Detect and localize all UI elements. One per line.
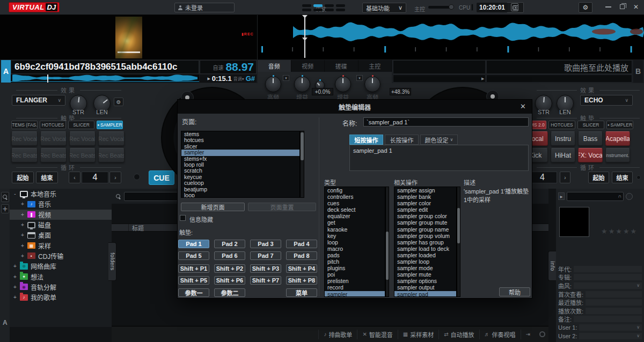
action-item[interactable]: sampler pad <box>394 291 456 298</box>
tab-color-settings[interactable]: 颜色设定∨ <box>420 135 458 145</box>
deck-a-bpm-display[interactable]: 自速 88.97 <box>200 60 257 74</box>
record-button[interactable] <box>539 331 545 337</box>
action-item[interactable]: sampler output <box>394 284 456 291</box>
deck-indicator-3-top[interactable] <box>325 4 334 7</box>
field-value-input[interactable] <box>579 324 642 331</box>
prelisten-play-button[interactable]: ▶ <box>558 192 565 200</box>
chevron-down-icon[interactable]: ∨ <box>636 325 640 330</box>
deck-a-fx-select[interactable]: FLANGER∨ <box>12 95 65 106</box>
bottombar-sideview-toggle[interactable]: ⇥ <box>521 330 535 339</box>
deck-b-pad[interactable]: FX: Vocal <box>578 148 603 162</box>
deck-a-fx-settings-button[interactable]: ⚙ <box>114 98 123 106</box>
deck-a-pad-tab[interactable]: SAMPLER <box>97 121 123 129</box>
expander-icon[interactable]: + <box>20 232 25 238</box>
dialog-shift-pad-button[interactable]: Shift + P8 <box>286 276 317 285</box>
type-item[interactable]: macro <box>325 246 385 252</box>
bottombar-karaoke[interactable]: ♬伴奏视唱 <box>479 330 521 339</box>
deck-a-pad[interactable]: Rec Beats <box>40 148 67 162</box>
help-button[interactable]: 帮助 <box>499 287 530 296</box>
action-item[interactable]: sampler assign <box>394 187 456 194</box>
field-value-input[interactable] <box>574 282 642 289</box>
mixer-tab[interactable]: 音频 <box>258 60 291 72</box>
page-item[interactable]: hotcues <box>181 137 299 143</box>
action-item[interactable]: sampler mute <box>394 271 456 278</box>
dialog-pad-button[interactable]: Pad 8 <box>286 251 317 260</box>
bottombar-sample-material[interactable]: ▦采样素材 <box>398 330 438 339</box>
column-title[interactable]: 标题 <box>129 224 144 232</box>
deck-a-pad[interactable]: Rec Vocal <box>69 131 96 146</box>
dialog-pad-button[interactable]: Pad 2 <box>214 240 245 248</box>
key-label[interactable]: 音调▾ <box>233 76 244 81</box>
action-item[interactable]: sampler group color <box>394 213 456 219</box>
type-item[interactable]: pitch <box>325 258 385 265</box>
track-overview-waveform[interactable] <box>258 15 644 60</box>
dialog-pad-button[interactable]: Pad 6 <box>214 251 245 260</box>
mixer-tab[interactable]: 主控 <box>358 60 392 72</box>
deck-a-pad[interactable]: Rec Vocal <box>11 131 38 146</box>
page-item[interactable]: loop <box>181 192 299 198</box>
minimize-button[interactable] <box>605 6 611 8</box>
chevron-down-icon[interactable]: ∨ <box>636 333 640 338</box>
dialog-shift-pad-button[interactable]: Shift + P3 <box>250 264 281 273</box>
new-page-button[interactable]: 新增页面 <box>181 203 245 211</box>
session-clock-icon[interactable] <box>511 3 518 11</box>
deck-a-pad[interactable]: Rec Beats <box>11 148 38 162</box>
deck-a-mini-waveform[interactable] <box>11 75 199 83</box>
deck-a-cue-button[interactable]: CUE <box>149 170 174 185</box>
deck-indicator-4-bottom[interactable] <box>336 9 345 11</box>
dialog-pad-button[interactable]: Pad 5 <box>178 251 209 260</box>
deck-b-pad-tab[interactable]: SAMPLER <box>606 121 633 129</box>
action-item[interactable]: sampler loop <box>394 258 456 265</box>
deck-b-pad-tab[interactable]: HOTCUES <box>548 121 575 129</box>
expander-icon[interactable]: + <box>20 222 25 228</box>
deck-b-fx-select[interactable]: ECHO∨ <box>580 95 633 106</box>
dialog-close-icon[interactable]: ✕ <box>520 102 526 110</box>
reset-page-button[interactable]: 页面重置 <box>248 203 316 211</box>
type-item[interactable]: cues <box>325 200 385 206</box>
sidebar-item-online-library[interactable]: + ⊕ 网络曲库 <box>10 261 112 271</box>
deck-a-pad-tab[interactable]: HOTCUES <box>40 121 66 129</box>
mixer-eq-high-right-knob[interactable] <box>364 76 380 92</box>
skin-select[interactable]: 基础功能 ∨ <box>362 3 406 13</box>
sidebar-add-button[interactable]: + <box>1 204 9 213</box>
type-item[interactable]: poi <box>325 271 385 278</box>
mixer-eq-high-left-knob[interactable] <box>265 76 281 92</box>
sidebar-item-samples[interactable]: + ▦ 采样 <box>10 240 112 250</box>
deck-a-pad-tab[interactable]: SLICER <box>68 121 94 129</box>
action-item[interactable]: sampler loaded <box>394 252 456 258</box>
waveform-playhead[interactable] <box>304 15 305 58</box>
expander-icon[interactable]: + <box>20 253 25 259</box>
expander-icon[interactable]: + <box>20 212 25 218</box>
dialog-pad-button[interactable]: Pad 3 <box>250 240 281 248</box>
expander-icon[interactable]: + <box>20 243 25 249</box>
action-item[interactable]: sampler color <box>394 200 456 206</box>
eq-right-chevron[interactable]: ▼ <box>356 75 363 81</box>
round-toggle-button[interactable] <box>626 193 633 200</box>
field-value-input[interactable] <box>574 274 642 280</box>
sidebar-item-stems[interactable]: + ◉ 音轨分解 <box>10 282 112 292</box>
type-item[interactable]: equalizer <box>325 213 385 219</box>
sidebar-search-button[interactable] <box>1 192 9 202</box>
master-volume-slider[interactable] <box>428 6 453 9</box>
type-item[interactable]: record <box>325 284 385 291</box>
slider-handle[interactable] <box>449 4 454 10</box>
type-item[interactable]: controllers <box>325 194 385 200</box>
field-value-input[interactable] <box>579 333 642 339</box>
field-value-input[interactable] <box>586 299 642 306</box>
bottombar-automix[interactable]: ⇄自动播放 <box>438 330 479 339</box>
deck-b-pad[interactable]: HiHat <box>551 148 575 162</box>
expander-icon[interactable]: + <box>13 294 17 300</box>
deck-a-pad[interactable]: Rec Beats <box>69 148 96 162</box>
type-item[interactable]: prelisten <box>325 278 385 284</box>
deck-b-badge[interactable]: B <box>633 60 643 83</box>
deck-a-pad-tab[interactable]: STEMS (FAS... <box>11 121 38 129</box>
sidebar-item-my-playlists[interactable]: + ♪ 我的歌单 <box>10 292 112 302</box>
page-item[interactable]: cueloop <box>181 180 299 186</box>
deck-b-pad[interactable]: Instru <box>551 131 575 146</box>
deck-a-loop-indicator[interactable] <box>134 174 140 180</box>
chevron-down-icon[interactable]: ∨ <box>636 283 640 288</box>
column-icon-cell[interactable] <box>112 224 129 231</box>
expander-icon[interactable]: + <box>13 263 17 269</box>
action-item[interactable]: sampler load to deck <box>394 246 456 252</box>
deck-a-badge[interactable]: A <box>1 60 11 83</box>
